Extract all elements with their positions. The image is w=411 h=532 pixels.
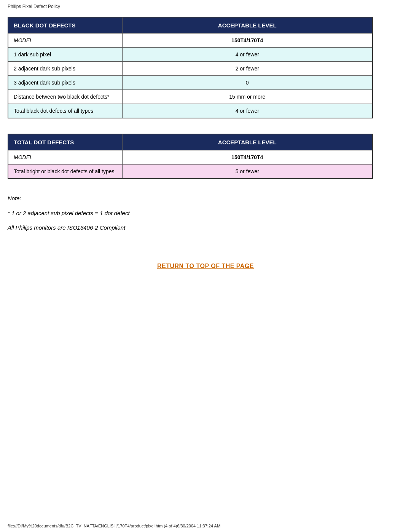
row-label: 2 adjacent dark sub pixels — [8, 62, 122, 76]
black-dot-header-col2: ACCEPTABLE LEVEL — [122, 17, 373, 34]
table-row: 1 dark sub pixel 4 or fewer — [8, 48, 373, 62]
row-value: 2 or fewer — [122, 62, 373, 76]
notes-section: Note: * 1 or 2 adjacent sub pixel defect… — [8, 194, 403, 232]
row-label: Total black dot defects of all types — [8, 104, 122, 118]
row-label: Distance between two black dot defects* — [8, 90, 122, 104]
total-dot-model-row: MODEL 150T4/170T4 — [8, 150, 373, 165]
row-value: 5 or fewer — [122, 165, 373, 179]
table-row: 3 adjacent dark sub pixels 0 — [8, 76, 373, 90]
black-dot-section: BLACK DOT DEFECTS ACCEPTABLE LEVEL MODEL… — [8, 17, 403, 118]
black-dot-header-col1: BLACK DOT DEFECTS — [8, 17, 122, 34]
page-footer: file:///D|/My%20documents/dfu/B2C_TV_NAF… — [8, 522, 403, 528]
row-value: 4 or fewer — [122, 48, 373, 62]
note-2: All Philips monitors are ISO13406-2 Comp… — [8, 224, 403, 232]
row-value: 0 — [122, 76, 373, 90]
page-title: Philips Pixel Defect Policy — [8, 4, 60, 9]
table-row: Total black dot defects of all types 4 o… — [8, 104, 373, 118]
footer-text: file:///D|/My%20documents/dfu/B2C_TV_NAF… — [8, 524, 220, 528]
total-dot-header-col1: TOTAL DOT DEFECTS — [8, 134, 122, 150]
note-label: Note: — [8, 194, 403, 203]
black-dot-model-row: MODEL 150T4/170T4 — [8, 34, 373, 48]
black-dot-model-value: 150T4/170T4 — [122, 34, 373, 48]
total-dot-header-col2: ACCEPTABLE LEVEL — [122, 134, 373, 150]
black-dot-header-row: BLACK DOT DEFECTS ACCEPTABLE LEVEL — [8, 17, 373, 34]
total-dot-table: TOTAL DOT DEFECTS ACCEPTABLE LEVEL MODEL… — [8, 134, 373, 179]
table-row: Total bright or black dot defects of all… — [8, 165, 373, 179]
total-dot-section: TOTAL DOT DEFECTS ACCEPTABLE LEVEL MODEL… — [8, 134, 403, 179]
row-value: 15 mm or more — [122, 90, 373, 104]
total-dot-model-value: 150T4/170T4 — [122, 150, 373, 165]
return-link-section: RETURN TO TOP OF THE PAGE — [8, 263, 403, 270]
black-dot-model-label: MODEL — [8, 34, 122, 48]
black-dot-table: BLACK DOT DEFECTS ACCEPTABLE LEVEL MODEL… — [8, 17, 373, 118]
page-header: Philips Pixel Defect Policy — [8, 4, 403, 9]
table-row: Distance between two black dot defects* … — [8, 90, 373, 104]
row-value: 4 or fewer — [122, 104, 373, 118]
row-label: 3 adjacent dark sub pixels — [8, 76, 122, 90]
note-1: * 1 or 2 adjacent sub pixel defects = 1 … — [8, 209, 403, 218]
total-dot-header-row: TOTAL DOT DEFECTS ACCEPTABLE LEVEL — [8, 134, 373, 150]
total-dot-model-label: MODEL — [8, 150, 122, 165]
row-label: Total bright or black dot defects of all… — [8, 165, 122, 179]
table-row: 2 adjacent dark sub pixels 2 or fewer — [8, 62, 373, 76]
return-to-top-link[interactable]: RETURN TO TOP OF THE PAGE — [157, 263, 254, 269]
row-label: 1 dark sub pixel — [8, 48, 122, 62]
